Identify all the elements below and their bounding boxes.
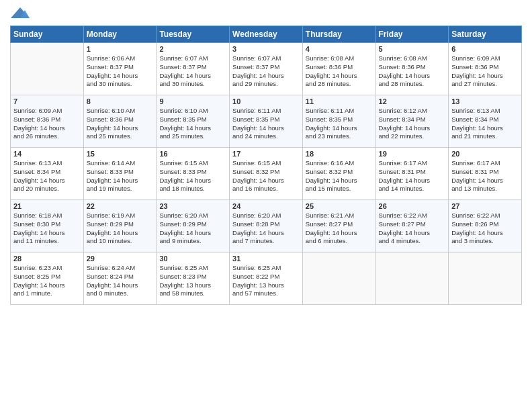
day-number: 9 xyxy=(159,97,226,105)
calendar-cell: 18Sunrise: 6:16 AM Sunset: 8:32 PM Dayli… xyxy=(302,148,375,200)
calendar-cell: 3Sunrise: 6:07 AM Sunset: 8:37 PM Daylig… xyxy=(230,43,303,95)
calendar-cell xyxy=(449,253,522,305)
calendar-cell: 1Sunrise: 6:06 AM Sunset: 8:37 PM Daylig… xyxy=(83,43,157,95)
week-row-4: 21Sunrise: 6:18 AM Sunset: 8:30 PM Dayli… xyxy=(11,200,522,253)
cell-content: Sunrise: 6:18 AM Sunset: 8:30 PM Dayligh… xyxy=(13,212,81,246)
week-row-1: 1Sunrise: 6:06 AM Sunset: 8:37 PM Daylig… xyxy=(11,43,522,95)
cell-content: Sunrise: 6:25 AM Sunset: 8:22 PM Dayligh… xyxy=(232,264,300,298)
weekday-header-wednesday: Wednesday xyxy=(230,26,303,43)
calendar-cell: 11Sunrise: 6:11 AM Sunset: 8:35 PM Dayli… xyxy=(302,95,375,148)
day-number: 30 xyxy=(159,255,226,263)
day-number: 24 xyxy=(232,202,300,210)
cell-content: Sunrise: 6:13 AM Sunset: 8:34 PM Dayligh… xyxy=(451,107,519,141)
weekday-header-monday: Monday xyxy=(83,26,157,43)
calendar-cell: 5Sunrise: 6:08 AM Sunset: 8:36 PM Daylig… xyxy=(375,43,449,95)
calendar-cell: 12Sunrise: 6:12 AM Sunset: 8:34 PM Dayli… xyxy=(375,95,449,148)
calendar-cell: 17Sunrise: 6:15 AM Sunset: 8:32 PM Dayli… xyxy=(230,148,303,200)
cell-content: Sunrise: 6:20 AM Sunset: 8:28 PM Dayligh… xyxy=(232,212,300,246)
weekday-header-sunday: Sunday xyxy=(11,26,84,43)
day-number: 10 xyxy=(232,97,300,105)
calendar-cell: 30Sunrise: 6:25 AM Sunset: 8:23 PM Dayli… xyxy=(157,253,230,305)
cell-content: Sunrise: 6:15 AM Sunset: 8:32 PM Dayligh… xyxy=(232,159,300,193)
day-number: 23 xyxy=(159,202,226,210)
cell-content: Sunrise: 6:07 AM Sunset: 8:37 PM Dayligh… xyxy=(232,54,300,89)
calendar-cell: 22Sunrise: 6:19 AM Sunset: 8:29 PM Dayli… xyxy=(83,200,157,253)
day-number: 11 xyxy=(306,97,373,105)
calendar-cell: 21Sunrise: 6:18 AM Sunset: 8:30 PM Dayli… xyxy=(11,200,84,253)
cell-content: Sunrise: 6:17 AM Sunset: 8:31 PM Dayligh… xyxy=(451,159,519,193)
cell-content: Sunrise: 6:22 AM Sunset: 8:26 PM Dayligh… xyxy=(451,212,519,246)
weekday-header-tuesday: Tuesday xyxy=(157,26,230,43)
day-number: 25 xyxy=(306,202,373,210)
cell-content: Sunrise: 6:16 AM Sunset: 8:32 PM Dayligh… xyxy=(306,159,373,193)
weekday-header-saturday: Saturday xyxy=(449,26,522,43)
cell-content: Sunrise: 6:14 AM Sunset: 8:33 PM Dayligh… xyxy=(87,159,154,193)
calendar-cell: 29Sunrise: 6:24 AM Sunset: 8:24 PM Dayli… xyxy=(83,253,157,305)
day-number: 29 xyxy=(87,255,154,263)
logo-icon xyxy=(10,7,30,19)
calendar-cell: 27Sunrise: 6:22 AM Sunset: 8:26 PM Dayli… xyxy=(449,200,522,253)
cell-content: Sunrise: 6:08 AM Sunset: 8:36 PM Dayligh… xyxy=(306,54,373,89)
day-number: 27 xyxy=(451,202,519,210)
day-number: 26 xyxy=(379,202,446,210)
day-number: 28 xyxy=(13,255,81,263)
cell-content: Sunrise: 6:09 AM Sunset: 8:36 PM Dayligh… xyxy=(13,107,81,141)
day-number: 31 xyxy=(232,255,300,263)
day-number: 20 xyxy=(451,150,519,158)
day-number: 22 xyxy=(87,202,154,210)
cell-content: Sunrise: 6:11 AM Sunset: 8:35 PM Dayligh… xyxy=(306,107,373,141)
calendar-cell: 9Sunrise: 6:10 AM Sunset: 8:35 PM Daylig… xyxy=(157,95,230,148)
calendar-cell xyxy=(302,253,375,305)
day-number: 4 xyxy=(306,45,373,53)
weekday-header-thursday: Thursday xyxy=(302,26,375,43)
cell-content: Sunrise: 6:24 AM Sunset: 8:24 PM Dayligh… xyxy=(87,264,154,298)
cell-content: Sunrise: 6:11 AM Sunset: 8:35 PM Dayligh… xyxy=(232,107,300,141)
calendar-cell: 14Sunrise: 6:13 AM Sunset: 8:34 PM Dayli… xyxy=(11,148,84,200)
cell-content: Sunrise: 6:07 AM Sunset: 8:37 PM Dayligh… xyxy=(159,54,226,89)
cell-content: Sunrise: 6:13 AM Sunset: 8:34 PM Dayligh… xyxy=(13,159,81,193)
calendar-cell: 26Sunrise: 6:22 AM Sunset: 8:27 PM Dayli… xyxy=(375,200,449,253)
week-row-3: 14Sunrise: 6:13 AM Sunset: 8:34 PM Dayli… xyxy=(11,148,522,200)
calendar-cell: 13Sunrise: 6:13 AM Sunset: 8:34 PM Dayli… xyxy=(449,95,522,148)
cell-content: Sunrise: 6:09 AM Sunset: 8:36 PM Dayligh… xyxy=(451,54,519,89)
day-number: 5 xyxy=(379,45,446,53)
calendar-cell: 16Sunrise: 6:15 AM Sunset: 8:33 PM Dayli… xyxy=(157,148,230,200)
day-number: 18 xyxy=(306,150,373,158)
day-number: 16 xyxy=(159,150,226,158)
week-row-2: 7Sunrise: 6:09 AM Sunset: 8:36 PM Daylig… xyxy=(11,95,522,148)
calendar-cell: 19Sunrise: 6:17 AM Sunset: 8:31 PM Dayli… xyxy=(375,148,449,200)
calendar-cell xyxy=(11,43,84,95)
day-number: 12 xyxy=(379,97,446,105)
cell-content: Sunrise: 6:25 AM Sunset: 8:23 PM Dayligh… xyxy=(159,264,226,298)
day-number: 15 xyxy=(87,150,154,158)
cell-content: Sunrise: 6:19 AM Sunset: 8:29 PM Dayligh… xyxy=(87,212,154,246)
calendar-cell: 4Sunrise: 6:08 AM Sunset: 8:36 PM Daylig… xyxy=(302,43,375,95)
calendar-cell: 20Sunrise: 6:17 AM Sunset: 8:31 PM Dayli… xyxy=(449,148,522,200)
weekday-header-row: SundayMondayTuesdayWednesdayThursdayFrid… xyxy=(11,26,522,43)
cell-content: Sunrise: 6:15 AM Sunset: 8:33 PM Dayligh… xyxy=(159,159,226,193)
cell-content: Sunrise: 6:10 AM Sunset: 8:35 PM Dayligh… xyxy=(159,107,226,141)
calendar-cell: 6Sunrise: 6:09 AM Sunset: 8:36 PM Daylig… xyxy=(449,43,522,95)
calendar-cell: 28Sunrise: 6:23 AM Sunset: 8:25 PM Dayli… xyxy=(11,253,84,305)
cell-content: Sunrise: 6:21 AM Sunset: 8:27 PM Dayligh… xyxy=(306,212,373,246)
calendar-cell: 31Sunrise: 6:25 AM Sunset: 8:22 PM Dayli… xyxy=(230,253,303,305)
logo xyxy=(10,7,30,20)
cell-content: Sunrise: 6:22 AM Sunset: 8:27 PM Dayligh… xyxy=(379,212,446,246)
day-number: 1 xyxy=(87,45,154,53)
day-number: 21 xyxy=(13,202,81,210)
cell-content: Sunrise: 6:12 AM Sunset: 8:34 PM Dayligh… xyxy=(379,107,446,141)
header xyxy=(10,7,522,20)
cell-content: Sunrise: 6:20 AM Sunset: 8:29 PM Dayligh… xyxy=(159,212,226,246)
cell-content: Sunrise: 6:23 AM Sunset: 8:25 PM Dayligh… xyxy=(13,264,81,298)
page: SundayMondayTuesdayWednesdayThursdayFrid… xyxy=(0,0,532,312)
weekday-header-friday: Friday xyxy=(375,26,449,43)
calendar-cell xyxy=(375,253,449,305)
day-number: 19 xyxy=(379,150,446,158)
calendar-cell: 2Sunrise: 6:07 AM Sunset: 8:37 PM Daylig… xyxy=(157,43,230,95)
day-number: 14 xyxy=(13,150,81,158)
calendar-cell: 8Sunrise: 6:10 AM Sunset: 8:36 PM Daylig… xyxy=(83,95,157,148)
cell-content: Sunrise: 6:10 AM Sunset: 8:36 PM Dayligh… xyxy=(87,107,154,141)
calendar-cell: 24Sunrise: 6:20 AM Sunset: 8:28 PM Dayli… xyxy=(230,200,303,253)
day-number: 13 xyxy=(451,97,519,105)
calendar-cell: 15Sunrise: 6:14 AM Sunset: 8:33 PM Dayli… xyxy=(83,148,157,200)
